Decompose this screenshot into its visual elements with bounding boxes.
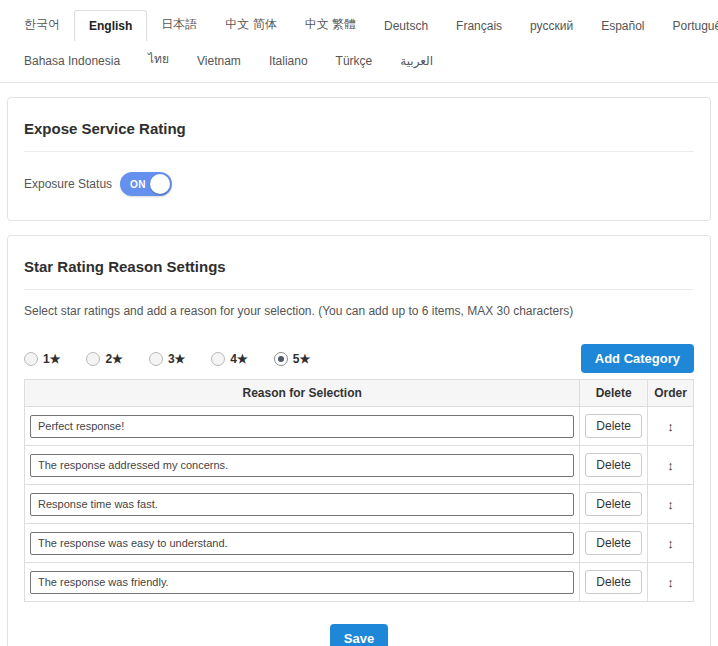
drag-order-icon[interactable]: ↕ xyxy=(667,458,674,473)
language-tab[interactable]: 中文 简体 xyxy=(211,8,290,41)
order-cell: ↕ xyxy=(648,524,694,563)
language-tab-row-1: 한국어English日本語中文 简体中文 繁體DeutschFrançaisру… xyxy=(10,8,708,41)
star-radio-label: 4★ xyxy=(230,352,247,366)
language-tab[interactable]: Türkçe xyxy=(322,46,387,76)
reason-table: Reason for Selection Delete Order Delete… xyxy=(24,379,694,602)
radio-selected-dot xyxy=(278,356,284,362)
save-button[interactable]: Save xyxy=(330,624,388,646)
toggle-on-label: ON xyxy=(130,179,146,190)
star-rating-radio[interactable]: 1★ xyxy=(24,352,60,366)
drag-order-icon[interactable]: ↕ xyxy=(667,419,674,434)
reason-input[interactable] xyxy=(30,454,574,477)
add-category-button[interactable]: Add Category xyxy=(581,344,694,373)
reason-input[interactable] xyxy=(30,415,574,438)
order-cell: ↕ xyxy=(648,407,694,446)
delete-cell: Delete xyxy=(580,563,648,602)
radio-button-icon xyxy=(86,352,100,366)
reason-input[interactable] xyxy=(30,532,574,555)
reason-table-header-row: Reason for Selection Delete Order xyxy=(25,380,694,407)
language-tab-bar: 한국어English日本語中文 简体中文 繁體DeutschFrançaisру… xyxy=(0,0,718,83)
order-cell: ↕ xyxy=(648,563,694,602)
save-row: Save xyxy=(24,624,694,646)
exposure-status-label: Exposure Status xyxy=(24,177,112,191)
star-radio-label: 3★ xyxy=(168,352,185,366)
divider xyxy=(24,289,694,290)
delete-button[interactable]: Delete xyxy=(585,492,642,516)
reason-cell xyxy=(25,524,580,563)
radio-button-icon xyxy=(24,352,38,366)
delete-cell: Delete xyxy=(580,407,648,446)
delete-button[interactable]: Delete xyxy=(585,531,642,555)
reason-input[interactable] xyxy=(30,571,574,594)
order-cell: ↕ xyxy=(648,485,694,524)
star-rating-radio-group: 1★2★3★4★5★ xyxy=(24,352,336,366)
exposure-status-row: Exposure Status ON xyxy=(24,166,694,204)
delete-cell: Delete xyxy=(580,446,648,485)
star-rating-radio[interactable]: 2★ xyxy=(86,352,122,366)
drag-order-icon[interactable]: ↕ xyxy=(667,575,674,590)
drag-order-icon[interactable]: ↕ xyxy=(667,536,674,551)
star-radio-label: 5★ xyxy=(293,352,310,366)
radio-button-icon xyxy=(149,352,163,366)
delete-cell: Delete xyxy=(580,524,648,563)
table-row: Delete↕ xyxy=(25,524,694,563)
reason-cell xyxy=(25,563,580,602)
table-row: Delete↕ xyxy=(25,407,694,446)
expose-section-title: Expose Service Rating xyxy=(24,120,694,137)
radio-button-icon xyxy=(211,352,225,366)
delete-button[interactable]: Delete xyxy=(585,570,642,594)
star-controls-row: 1★2★3★4★5★ Add Category xyxy=(24,344,694,373)
reason-input[interactable] xyxy=(30,493,574,516)
delete-cell: Delete xyxy=(580,485,648,524)
language-tab[interactable]: русский xyxy=(516,11,587,41)
reason-section-title: Star Rating Reason Settings xyxy=(24,258,694,275)
language-tab[interactable]: 日本語 xyxy=(147,8,211,41)
language-tab[interactable]: Italiano xyxy=(255,46,322,76)
star-radio-label: 2★ xyxy=(105,352,122,366)
delete-button[interactable]: Delete xyxy=(585,453,642,477)
header-reason-for-selection: Reason for Selection xyxy=(25,380,580,407)
header-order: Order xyxy=(648,380,694,407)
header-delete: Delete xyxy=(580,380,648,407)
language-tab[interactable]: Deutsch xyxy=(370,11,442,41)
expose-service-rating-card: Expose Service Rating Exposure Status ON xyxy=(7,97,711,221)
toggle-knob-icon xyxy=(150,174,170,194)
star-rating-radio[interactable]: 5★ xyxy=(274,352,310,366)
table-row: Delete↕ xyxy=(25,563,694,602)
order-cell: ↕ xyxy=(648,446,694,485)
star-radio-label: 1★ xyxy=(43,352,60,366)
radio-button-icon xyxy=(274,352,288,366)
exposure-status-toggle[interactable]: ON xyxy=(120,172,172,196)
language-tab[interactable]: 한국어 xyxy=(10,8,74,41)
language-tab[interactable]: Français xyxy=(442,11,516,41)
table-row: Delete↕ xyxy=(25,485,694,524)
divider xyxy=(24,151,694,152)
table-row: Delete↕ xyxy=(25,446,694,485)
language-tab[interactable]: Español xyxy=(587,11,658,41)
reason-cell xyxy=(25,407,580,446)
reason-cell xyxy=(25,446,580,485)
language-tab[interactable]: Português xyxy=(659,11,718,41)
language-tab[interactable]: Bahasa Indonesia xyxy=(10,46,134,76)
star-rating-radio[interactable]: 4★ xyxy=(211,352,247,366)
language-tab-row-2: Bahasa IndonesiaไทยVietnamItalianoTürkçe… xyxy=(10,41,708,76)
language-tab[interactable]: ไทย xyxy=(134,41,183,76)
star-rating-reason-card: Star Rating Reason Settings Select star … xyxy=(7,235,711,646)
language-tab[interactable]: Vietnam xyxy=(183,46,255,76)
reason-cell xyxy=(25,485,580,524)
language-tab[interactable]: English xyxy=(74,10,147,41)
language-tab[interactable]: 中文 繁體 xyxy=(291,8,370,41)
star-rating-radio[interactable]: 3★ xyxy=(149,352,185,366)
delete-button[interactable]: Delete xyxy=(585,414,642,438)
reason-section-description: Select star ratings and add a reason for… xyxy=(24,304,694,318)
language-tab[interactable]: العربية xyxy=(386,46,447,76)
drag-order-icon[interactable]: ↕ xyxy=(667,497,674,512)
